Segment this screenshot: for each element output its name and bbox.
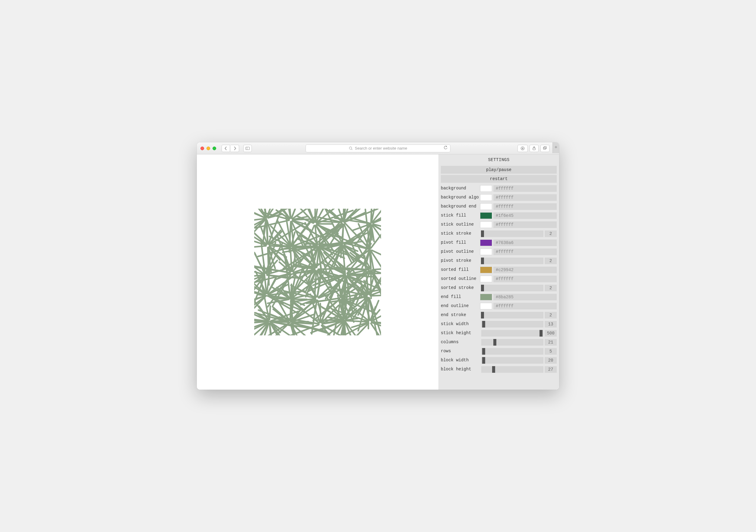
slider-value: 2 xyxy=(545,285,557,291)
reload-icon xyxy=(444,146,448,150)
svg-rect-6 xyxy=(543,147,546,149)
color-value-input[interactable]: #1f6e45 xyxy=(493,212,557,219)
setting-row: stick width13 xyxy=(438,320,559,329)
setting-label: columns xyxy=(441,340,480,344)
color-value-input[interactable]: #c29942 xyxy=(493,266,557,273)
content: SETTINGS play/pause restart background#f… xyxy=(197,154,559,390)
downloads-button[interactable] xyxy=(518,145,528,152)
color-swatch[interactable] xyxy=(480,221,492,228)
slider-value: 20 xyxy=(545,357,557,364)
setting-label: sorted fill xyxy=(441,267,480,272)
slider-thumb[interactable] xyxy=(492,366,495,373)
slider-thumb[interactable] xyxy=(493,339,496,345)
setting-label: end fill xyxy=(441,295,480,299)
slider-track[interactable] xyxy=(481,339,543,345)
forward-button[interactable] xyxy=(231,145,239,152)
new-tab-button[interactable]: + xyxy=(553,142,559,153)
slider-thumb[interactable] xyxy=(481,230,484,237)
setting-row: background#ffffff xyxy=(438,184,559,193)
slider-track[interactable] xyxy=(481,230,543,237)
color-swatch[interactable] xyxy=(480,240,492,246)
color-swatch[interactable] xyxy=(480,212,492,219)
svg-point-2 xyxy=(349,147,352,149)
play-pause-button[interactable]: play/pause xyxy=(441,166,557,174)
slider-thumb[interactable] xyxy=(482,321,485,328)
color-swatch[interactable] xyxy=(480,194,492,201)
setting-label: pivot outline xyxy=(441,249,480,254)
slider-track[interactable] xyxy=(481,366,543,373)
setting-label: background algo xyxy=(441,195,480,200)
slider-track[interactable] xyxy=(481,258,543,264)
color-value-input[interactable]: #ffffff xyxy=(493,203,557,210)
address-bar[interactable]: Search or enter website name xyxy=(306,144,450,152)
setting-label: background end xyxy=(441,204,480,209)
slider-thumb[interactable] xyxy=(540,330,543,337)
color-swatch[interactable] xyxy=(480,266,492,273)
setting-row: pivot outline#ffffff xyxy=(438,247,559,256)
setting-label: stick height xyxy=(441,331,480,335)
share-icon xyxy=(532,146,536,150)
back-button[interactable] xyxy=(222,145,230,152)
setting-label: stick outline xyxy=(441,222,480,227)
chevron-left-icon xyxy=(224,146,228,150)
slider-track[interactable] xyxy=(481,312,543,318)
slider-track[interactable] xyxy=(481,321,543,328)
browser-window: Search or enter website name + xyxy=(197,142,559,390)
reload-button[interactable] xyxy=(444,146,448,151)
setting-label: background xyxy=(441,186,480,190)
svg-rect-0 xyxy=(246,147,250,150)
setting-row: stick height500 xyxy=(438,329,559,338)
slider-track[interactable] xyxy=(481,348,543,355)
chevron-right-icon xyxy=(233,146,237,150)
color-swatch[interactable] xyxy=(480,303,492,309)
slider-track[interactable] xyxy=(481,330,543,337)
setting-row: stick fill#1f6e45 xyxy=(438,211,559,220)
share-button[interactable] xyxy=(529,145,539,152)
color-swatch[interactable] xyxy=(480,203,492,210)
slider-value: 21 xyxy=(545,339,557,345)
setting-label: stick stroke xyxy=(441,231,480,236)
slider-value: 2 xyxy=(545,230,557,237)
slider-track[interactable] xyxy=(481,285,543,291)
minimize-window-button[interactable] xyxy=(206,147,210,150)
maximize-window-button[interactable] xyxy=(213,147,216,150)
color-value-input[interactable]: #ffffff xyxy=(493,194,557,201)
panel-title: SETTINGS xyxy=(438,154,559,165)
slider-thumb[interactable] xyxy=(481,312,484,318)
slider-value: 13 xyxy=(545,321,557,328)
svg-line-3 xyxy=(351,149,352,150)
color-value-input[interactable]: #ffffff xyxy=(493,185,557,192)
setting-label: block height xyxy=(441,367,480,371)
color-value-input[interactable]: #ffffff xyxy=(493,221,557,228)
titlebar: Search or enter website name + xyxy=(197,142,559,154)
setting-row: pivot fill#7630a6 xyxy=(438,238,559,247)
slider-thumb[interactable] xyxy=(482,348,485,355)
settings-panel: SETTINGS play/pause restart background#f… xyxy=(438,154,559,390)
slider-thumb[interactable] xyxy=(481,258,484,264)
setting-row: stick outline#ffffff xyxy=(438,220,559,229)
setting-row: background end#ffffff xyxy=(438,202,559,211)
color-value-input[interactable]: #7630a6 xyxy=(493,240,557,246)
slider-track[interactable] xyxy=(481,357,543,364)
close-window-button[interactable] xyxy=(201,147,204,150)
color-value-input[interactable]: #ffffff xyxy=(493,303,557,309)
color-value-input[interactable]: #8ba285 xyxy=(493,294,557,300)
tabs-button[interactable] xyxy=(540,145,550,152)
search-icon xyxy=(349,146,353,150)
color-value-input[interactable]: #ffffff xyxy=(493,248,557,255)
slider-thumb[interactable] xyxy=(481,285,484,291)
stick xyxy=(254,246,266,248)
visualization-canvas xyxy=(254,209,381,335)
slider-thumb[interactable] xyxy=(482,357,485,364)
color-swatch[interactable] xyxy=(480,276,492,282)
sidebar-toggle-button[interactable] xyxy=(243,145,252,152)
color-swatch[interactable] xyxy=(480,248,492,255)
color-swatch[interactable] xyxy=(480,185,492,192)
setting-row: end fill#8ba285 xyxy=(438,292,559,302)
setting-row: block width20 xyxy=(438,356,559,365)
color-swatch[interactable] xyxy=(480,294,492,300)
svg-rect-7 xyxy=(544,147,547,149)
restart-button[interactable]: restart xyxy=(441,175,557,183)
plus-icon: + xyxy=(554,144,557,150)
color-value-input[interactable]: #ffffff xyxy=(493,276,557,282)
